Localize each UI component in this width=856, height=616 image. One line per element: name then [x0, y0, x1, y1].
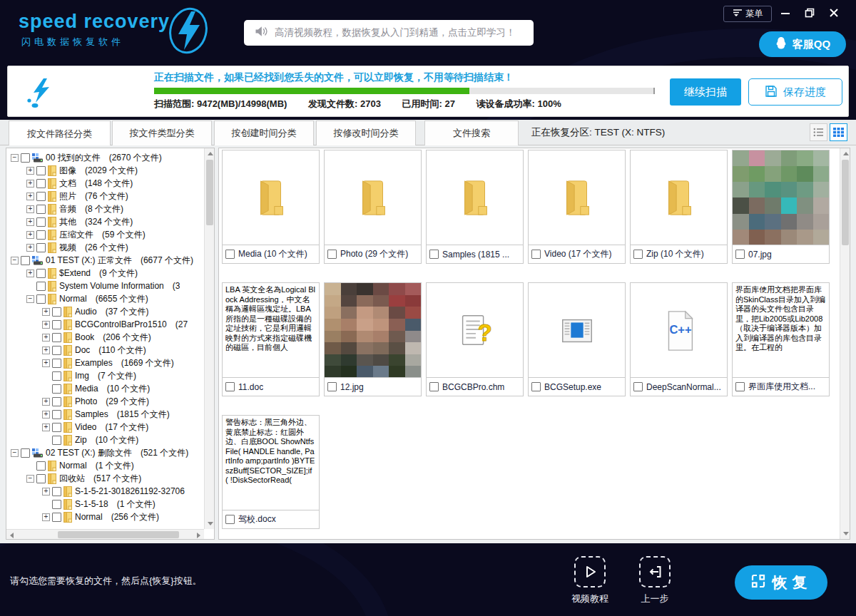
tree-item[interactable]: + Audio (37 个文件) [8, 305, 203, 318]
tree-item-checkbox[interactable] [36, 282, 46, 291]
tree-item[interactable]: Normal (1 个文件) [8, 459, 203, 472]
file-checkbox[interactable] [735, 250, 745, 259]
menu-button[interactable]: 菜单 [723, 6, 772, 22]
tab-by-modify-time[interactable]: 按修改时间分类 [316, 120, 416, 145]
tree-expander-icon[interactable]: − [11, 449, 19, 457]
file-card[interactable]: 12.jpg [324, 282, 422, 396]
file-checkbox[interactable] [633, 382, 643, 391]
tab-by-create-time[interactable]: 按创建时间分类 [214, 120, 314, 145]
tree-item-checkbox[interactable] [52, 500, 61, 509]
tree-expander-icon[interactable]: + [26, 218, 34, 226]
minimize-button[interactable] [776, 4, 795, 21]
tab-by-file-path[interactable]: 按文件路径分类 [9, 120, 111, 146]
tree-vertical-scrollbar[interactable] [204, 148, 214, 529]
tree-item-checkbox[interactable] [52, 436, 61, 445]
file-card[interactable]: 07.jpg [732, 150, 830, 264]
tree-item-checkbox[interactable] [21, 256, 30, 265]
tree-expander-icon[interactable]: − [26, 475, 34, 483]
tree-expander-icon[interactable]: + [26, 192, 34, 200]
tree-item[interactable]: + 图像 (2029 个文件) [8, 164, 203, 177]
file-checkbox[interactable] [327, 250, 337, 259]
tree-item-checkbox[interactable] [52, 384, 61, 394]
tree-item-checkbox[interactable] [36, 474, 46, 483]
customer-service-qq-button[interactable]: 客服QQ [759, 31, 846, 57]
file-checkbox[interactable] [735, 382, 745, 391]
tree-expander-icon[interactable]: + [26, 231, 34, 239]
tree-item-checkbox[interactable] [52, 410, 61, 419]
tree-horizontal-scrollbar[interactable] [6, 529, 204, 539]
previous-step-button[interactable]: 上一步 [623, 556, 687, 605]
file-card[interactable]: Samples (1815 ... [426, 150, 524, 264]
tree-expander-icon[interactable]: + [42, 321, 50, 329]
continue-scan-button[interactable]: 继续扫描 [670, 78, 741, 106]
file-card[interactable]: C++ DeepScanNormal... [630, 282, 728, 396]
restore-button[interactable] [800, 4, 819, 21]
tree-expander-icon[interactable]: + [26, 167, 34, 175]
tree-item[interactable]: + Examples (1669 个文件) [8, 356, 203, 369]
tree-expander-icon[interactable]: + [26, 270, 34, 277]
grid-vertical-scrollbar[interactable] [840, 148, 850, 539]
tree-item-checkbox[interactable] [21, 448, 30, 458]
tree-item[interactable]: − 02 TEST (X:) 删除文件 (521 个文件) [8, 446, 203, 459]
tree-item[interactable]: + Video (17 个文件) [8, 421, 203, 433]
tree-item-checkbox[interactable] [52, 397, 61, 406]
tree-expander-icon[interactable]: − [11, 154, 19, 162]
tab-file-search[interactable]: 文件搜索 [424, 120, 519, 145]
tree-item-checkbox[interactable] [36, 179, 46, 188]
tree-item[interactable]: + BCGControlBarPro1510 (27 [8, 318, 203, 331]
tree-item[interactable]: + 其他 (324 个文件) [8, 215, 203, 228]
tree-expander-icon[interactable]: + [42, 334, 50, 342]
file-checkbox[interactable] [429, 382, 439, 391]
file-card[interactable]: 警告标志：黑三角外边、黄底禁止标志：红圆外边、白底BOOL ShowNtfsFi… [222, 415, 320, 529]
tree-item-checkbox[interactable] [36, 294, 46, 304]
tree-item-checkbox[interactable] [36, 243, 46, 252]
tree-item-checkbox[interactable] [36, 217, 46, 227]
file-checkbox[interactable] [225, 382, 235, 391]
file-card[interactable]: Video (17 个文件) [528, 150, 626, 264]
close-button[interactable] [825, 4, 843, 21]
recover-button[interactable]: 恢复 [735, 565, 827, 600]
tree-item-checkbox[interactable] [52, 307, 61, 317]
tree-item[interactable]: + 视频 (26 个文件) [8, 241, 203, 254]
tree-item-checkbox[interactable] [52, 320, 61, 329]
tree-item[interactable]: + Samples (1815 个文件) [8, 408, 203, 421]
tree-expander-icon[interactable]: + [42, 308, 50, 316]
tree-item[interactable]: − 回收站 (517 个文件) [8, 472, 203, 485]
tree-item-checkbox[interactable] [36, 230, 46, 240]
tree-item[interactable]: − Normal (6655 个文件) [8, 292, 203, 305]
tree-expander-icon[interactable]: + [26, 180, 34, 188]
tree-item-checkbox[interactable] [36, 269, 46, 278]
tree-item-checkbox[interactable] [52, 513, 61, 522]
tree-item[interactable]: Zip (10 个文件) [8, 433, 203, 446]
tree-expander-icon[interactable]: − [26, 295, 34, 303]
tree-expander-icon[interactable]: + [42, 359, 50, 367]
tree-item[interactable]: + S-1-5-21-3018261192-32706 [8, 485, 203, 498]
tree-item[interactable]: − 01 TEST (X:) 正常文件 (6677 个文件) [8, 254, 203, 267]
video-tutorial-button[interactable]: 视频教程 [558, 556, 622, 605]
file-checkbox[interactable] [429, 250, 439, 259]
file-checkbox[interactable] [327, 382, 337, 391]
tree-expander-icon[interactable]: + [26, 205, 34, 213]
tree-expander-icon[interactable]: + [42, 346, 50, 354]
tree-item[interactable]: + Doc (110 个文件) [8, 344, 203, 356]
tree-expander-icon[interactable]: + [42, 488, 50, 496]
file-checkbox[interactable] [225, 250, 235, 259]
file-checkbox[interactable] [531, 382, 541, 391]
tree-item[interactable]: S-1-5-18 (1 个文件) [8, 498, 203, 510]
tree-expander-icon[interactable]: + [42, 398, 50, 406]
tree-expander-icon[interactable]: + [26, 244, 34, 252]
file-card[interactable]: LBA 英文全名為Logical Block Addressing，中文名稱為邏… [222, 282, 320, 396]
tree-item[interactable]: + 照片 (76 个文件) [8, 190, 203, 202]
tree-item-checkbox[interactable] [36, 205, 46, 214]
tree-item[interactable]: System Volume Information (3 [8, 279, 203, 292]
tree-expander-icon[interactable]: − [11, 257, 19, 265]
tree-item-checkbox[interactable] [21, 153, 30, 163]
grid-view-button[interactable] [830, 123, 847, 141]
file-card[interactable]: Media (10 个文件) [222, 150, 320, 264]
tree-expander-icon[interactable]: + [42, 513, 50, 521]
tree-item-checkbox[interactable] [52, 333, 61, 342]
tree-expander-icon[interactable]: + [42, 411, 50, 419]
file-checkbox[interactable] [225, 515, 235, 524]
tree-item-checkbox[interactable] [36, 192, 46, 201]
file-checkbox[interactable] [633, 250, 643, 259]
